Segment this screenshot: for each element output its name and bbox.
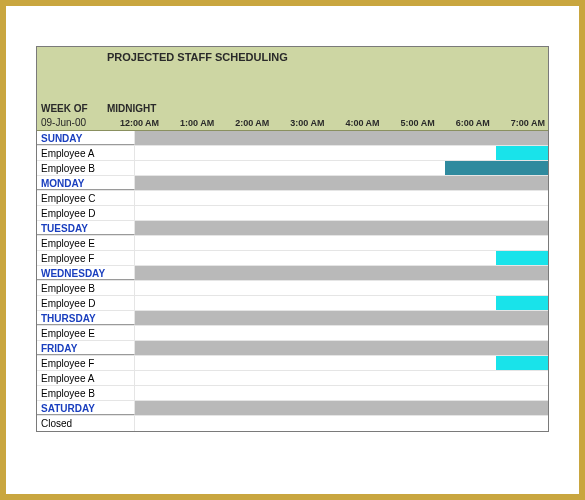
emp-label: Employee E [37, 326, 135, 340]
emp-label: Employee F [37, 251, 135, 265]
schedule-sheet: PROJECTED STAFF SCHEDULING WEEK OF MIDNI… [36, 46, 549, 432]
emp-row-sun-b: Employee B [37, 161, 548, 176]
emp-row-tue-f: Employee F [37, 251, 548, 266]
emp-bar [135, 296, 548, 310]
emp-row-mon-c: Employee C [37, 191, 548, 206]
emp-label: Employee B [37, 386, 135, 400]
time-col-5: 5:00 AM [383, 116, 438, 130]
week-of-label: WEEK OF [37, 103, 107, 114]
midnight-label: MIDNIGHT [107, 103, 156, 114]
time-col-2: 2:00 AM [217, 116, 272, 130]
emp-bar [135, 146, 548, 160]
emp-label: Employee A [37, 146, 135, 160]
day-bar-friday [135, 341, 548, 355]
day-row-friday: FRIDAY [37, 341, 548, 356]
emp-row-fri-b: Employee B [37, 386, 548, 401]
emp-label: Employee B [37, 161, 135, 175]
day-label-friday: FRIDAY [37, 341, 135, 355]
day-label-tuesday: TUESDAY [37, 221, 135, 235]
emp-label: Employee F [37, 356, 135, 370]
day-label-monday: MONDAY [37, 176, 135, 190]
emp-row-sat-closed: Closed [37, 416, 548, 431]
day-row-tuesday: TUESDAY [37, 221, 548, 236]
emp-bar [135, 206, 548, 220]
emp-row-sun-a: Employee A [37, 146, 548, 161]
emp-bar [135, 236, 548, 250]
day-row-thursday: THURSDAY [37, 311, 548, 326]
emp-bar [135, 386, 548, 400]
emp-label: Employee D [37, 296, 135, 310]
day-label-thursday: THURSDAY [37, 311, 135, 325]
day-bar-sunday [135, 131, 548, 145]
shift-cell [496, 296, 548, 310]
emp-label: Employee E [37, 236, 135, 250]
emp-bar [135, 326, 548, 340]
day-row-wednesday: WEDNESDAY [37, 266, 548, 281]
week-of-date: 09-Jun-00 [37, 117, 107, 130]
day-bar-monday [135, 176, 548, 190]
day-row-monday: MONDAY [37, 176, 548, 191]
emp-row-tue-e: Employee E [37, 236, 548, 251]
emp-row-thu-e: Employee E [37, 326, 548, 341]
emp-row-fri-f: Employee F [37, 356, 548, 371]
time-col-0: 12:00 AM [107, 116, 162, 130]
emp-bar [135, 251, 548, 265]
shift-cell [496, 251, 548, 265]
emp-bar [135, 356, 548, 370]
emp-row-mon-d: Employee D [37, 206, 548, 221]
day-row-saturday: SATURDAY [37, 401, 548, 416]
time-header-row: 09-Jun-00 12:00 AM 1:00 AM 2:00 AM 3:00 … [37, 116, 548, 130]
day-label-sunday: SUNDAY [37, 131, 135, 145]
shift-cell [496, 161, 548, 175]
time-col-6: 6:00 AM [438, 116, 493, 130]
emp-label: Employee C [37, 191, 135, 205]
day-bar-wednesday [135, 266, 548, 280]
day-bar-tuesday [135, 221, 548, 235]
shift-cell [496, 146, 548, 160]
emp-label: Employee B [37, 281, 135, 295]
time-columns: 12:00 AM 1:00 AM 2:00 AM 3:00 AM 4:00 AM… [107, 116, 548, 130]
emp-bar [135, 416, 548, 431]
shift-cell [445, 161, 497, 175]
week-of-row: WEEK OF MIDNIGHT [37, 103, 548, 116]
emp-row-wed-d: Employee D [37, 296, 548, 311]
day-row-sunday: SUNDAY [37, 131, 548, 146]
time-col-4: 4:00 AM [328, 116, 383, 130]
time-col-7: 7:00 AM [493, 116, 548, 130]
sheet-body: SUNDAY Employee A Employee B MONDAY [37, 131, 548, 431]
emp-bar [135, 161, 548, 175]
day-bar-thursday [135, 311, 548, 325]
emp-row-wed-b: Employee B [37, 281, 548, 296]
time-col-1: 1:00 AM [162, 116, 217, 130]
emp-bar [135, 371, 548, 385]
emp-bar [135, 281, 548, 295]
emp-row-fri-a: Employee A [37, 371, 548, 386]
paper: PROJECTED STAFF SCHEDULING WEEK OF MIDNI… [6, 6, 579, 494]
emp-label: Employee D [37, 206, 135, 220]
sheet-title: PROJECTED STAFF SCHEDULING [37, 47, 548, 103]
day-bar-saturday [135, 401, 548, 415]
time-col-3: 3:00 AM [272, 116, 327, 130]
emp-label: Employee A [37, 371, 135, 385]
header-band: PROJECTED STAFF SCHEDULING WEEK OF MIDNI… [37, 47, 548, 131]
day-label-saturday: SATURDAY [37, 401, 135, 415]
shift-cell [496, 356, 548, 370]
closed-label: Closed [37, 416, 135, 431]
emp-bar [135, 191, 548, 205]
day-label-wednesday: WEDNESDAY [37, 266, 135, 280]
